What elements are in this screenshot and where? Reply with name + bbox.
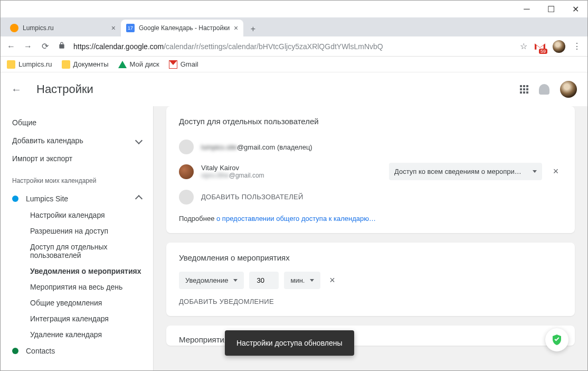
- forward-button[interactable]: →: [23, 42, 33, 51]
- favicon-calendar-icon: 17: [126, 24, 135, 32]
- sidebar-sub-general-notifications[interactable]: Общие уведомления: [1, 295, 153, 311]
- dropdown-icon: [533, 170, 537, 173]
- browser-menu-icon[interactable]: ⋮: [572, 41, 582, 51]
- tab-title: Lumpics.ru: [23, 24, 54, 32]
- learn-more-text: Подробнее о предоставлении общего доступ…: [179, 215, 562, 222]
- reload-button[interactable]: ⟳: [40, 41, 50, 51]
- sidebar-sub-allday-events[interactable]: Мероприятия на весь день: [1, 279, 153, 295]
- avatar-icon: [179, 140, 194, 154]
- drive-icon: [118, 61, 127, 68]
- calendar-color-dot: [12, 196, 18, 202]
- sidebar-item-general[interactable]: Общие: [1, 114, 153, 132]
- url-input[interactable]: https://calendar.google.com/calendar/r/s…: [73, 42, 514, 51]
- chevron-down-icon: [136, 136, 141, 145]
- notification-unit-select[interactable]: мин.: [284, 272, 320, 289]
- sidebar-sub-specific-people[interactable]: Доступ для отдельных пользователей: [1, 239, 153, 263]
- sidebar-sub-event-notifications[interactable]: Уведомления о мероприятиях: [1, 263, 153, 279]
- card-event-notifications: Уведомления о мероприятиях Уведомление 3…: [166, 243, 575, 316]
- shield-fab-button[interactable]: [545, 328, 568, 351]
- sidebar-sub-calendar-settings[interactable]: Настройки календаря: [1, 207, 153, 223]
- card-title: Уведомления о мероприятиях: [179, 253, 562, 262]
- browser-tab-lumpics[interactable]: Lumpics.ru ×: [5, 20, 121, 36]
- gmail-icon: [169, 60, 177, 69]
- sidebar-sub-access-permissions[interactable]: Разрешения на доступ: [1, 223, 153, 239]
- close-window-button[interactable]: ✕: [563, 1, 587, 17]
- card-user-access: Доступ для отдельных пользователей lumpi…: [166, 106, 575, 233]
- new-tab-button[interactable]: +: [245, 22, 260, 36]
- sidebar-sub-remove[interactable]: Удаление календаря: [1, 327, 153, 342]
- bookmark-star-icon[interactable]: ☆: [520, 41, 527, 51]
- sidebar-sub-integrate[interactable]: Интеграция календаря: [1, 311, 153, 327]
- window-titlebar: ─ ☐ ✕: [1, 1, 587, 17]
- bookmark-documents[interactable]: Документы: [62, 60, 109, 69]
- permission-select[interactable]: Доступ ко всем сведениям о меропри…: [389, 163, 542, 180]
- card-title: Доступ для отдельных пользователей: [179, 117, 562, 126]
- user-name: Vitaly Kairov: [201, 164, 382, 172]
- browser-tab-calendar[interactable]: 17 Google Календарь - Настройки ×: [121, 20, 243, 36]
- notification-type-select[interactable]: Уведомление: [179, 272, 244, 289]
- gmail-extension-icon[interactable]: 59: [534, 40, 546, 53]
- browser-addressbar: ← → ⟳ https://calendar.google.com/calend…: [1, 36, 587, 57]
- shield-icon: [551, 333, 563, 346]
- dropdown-icon: [310, 279, 314, 282]
- avatar-placeholder-icon: [179, 190, 194, 205]
- folder-icon: [62, 60, 70, 69]
- lock-icon[interactable]: [56, 42, 67, 51]
- user-email: vipro.0the@gmail.com: [201, 172, 382, 179]
- settings-main: Доступ для отдельных пользователей lumpi…: [154, 106, 587, 370]
- chevron-up-icon: [136, 194, 141, 203]
- settings-sidebar: Общие Добавить календарь Импорт и экспор…: [1, 106, 154, 370]
- avatar-icon: [179, 164, 194, 179]
- bookmark-drive[interactable]: Мой диск: [118, 60, 159, 68]
- gmail-badge: 59: [539, 49, 547, 54]
- user-row-owner: lumpics.site@gmail.com (владелец): [179, 135, 562, 159]
- maximize-button[interactable]: ☐: [539, 1, 563, 17]
- tab-title: Google Календарь - Настройки: [139, 24, 230, 32]
- profile-avatar-icon[interactable]: [553, 40, 565, 53]
- google-apps-icon[interactable]: [520, 85, 528, 94]
- notification-row: Уведомление 30 мин. ×: [179, 272, 562, 289]
- sidebar-calendar-lumpics[interactable]: Lumpics Site: [1, 190, 153, 207]
- bookmarks-bar: Lumpics.ru Документы Мой диск Gmail: [1, 57, 587, 72]
- sidebar-item-add-calendar[interactable]: Добавить календарь: [1, 132, 153, 150]
- bookmark-lumpics[interactable]: Lumpics.ru: [7, 60, 52, 69]
- add-notification-button[interactable]: ДОБАВИТЬ УВЕДОМЛЕНИЕ: [179, 298, 562, 305]
- close-tab-icon[interactable]: ×: [234, 24, 238, 32]
- sidebar-item-import-export[interactable]: Импорт и экспорт: [1, 150, 153, 168]
- toast-message: Настройки доступа обновлены: [225, 330, 354, 356]
- app-header: ← Настройки: [1, 72, 587, 106]
- owner-label: lumpics.site@gmail.com (владелец): [201, 143, 562, 151]
- user-row-shared: Vitaly Kairov vipro.0the@gmail.com Досту…: [179, 159, 562, 184]
- folder-icon: [7, 60, 15, 69]
- bookmark-gmail[interactable]: Gmail: [169, 60, 198, 69]
- page-title: Настройки: [36, 82, 93, 96]
- favicon-icon: [10, 24, 18, 32]
- notifications-icon[interactable]: [539, 84, 549, 95]
- learn-more-link[interactable]: о предоставлении общего доступа к календ…: [216, 215, 376, 222]
- remove-user-button[interactable]: ×: [549, 166, 562, 177]
- add-user-label: ДОБАВИТЬ ПОЛЬЗОВАТЕЛЕЙ: [201, 189, 304, 205]
- add-user-row[interactable]: ДОБАВИТЬ ПОЛЬЗОВАТЕЛЕЙ: [179, 184, 562, 209]
- browser-tabbar: Lumpics.ru × 17 Google Календарь - Настр…: [1, 17, 587, 36]
- close-tab-icon[interactable]: ×: [111, 24, 116, 32]
- minimize-button[interactable]: ─: [515, 1, 539, 17]
- settings-back-button[interactable]: ←: [11, 84, 22, 96]
- back-button[interactable]: ←: [6, 42, 16, 51]
- account-avatar[interactable]: [560, 81, 577, 98]
- remove-notification-button[interactable]: ×: [326, 275, 338, 286]
- calendar-color-dot: [12, 348, 18, 354]
- user-info: Vitaly Kairov vipro.0the@gmail.com: [201, 164, 382, 179]
- sidebar-section-label: Настройки моих календарей: [1, 168, 153, 190]
- sidebar-calendar-contacts[interactable]: Contacts: [1, 342, 153, 359]
- dropdown-icon: [233, 279, 238, 282]
- notification-value-input[interactable]: 30: [249, 272, 279, 289]
